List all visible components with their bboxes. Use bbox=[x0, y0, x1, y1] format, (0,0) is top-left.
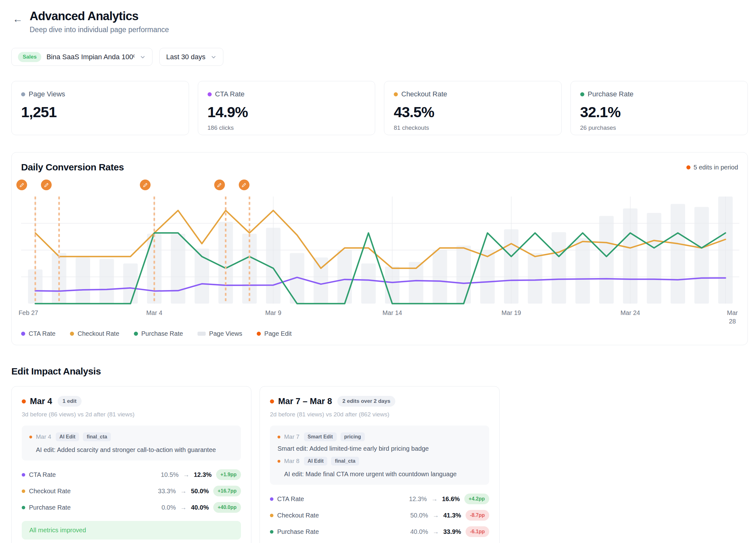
edit-description: AI edit: Made final CTA more urgent with… bbox=[278, 471, 482, 478]
metric-label: Page Views bbox=[29, 90, 65, 98]
edit-type-tag: Smart Edit bbox=[304, 432, 337, 441]
metric-row-purchase: Purchase Rate 0.0% → 40.0% +40.0pp bbox=[22, 502, 241, 513]
metric-label: CTA Rate bbox=[215, 90, 245, 98]
pencil-icon bbox=[44, 182, 49, 188]
edit-count-badge: 1 edit bbox=[58, 396, 82, 407]
svg-text:Mar 9: Mar 9 bbox=[265, 309, 281, 316]
metric-value: 43.5% bbox=[394, 103, 552, 121]
legend-dot-icon bbox=[134, 332, 138, 336]
value-before: 33.3% bbox=[158, 488, 176, 495]
impact-card-mar-4: Mar 4 1 edit 3d before (86 views) vs 2d … bbox=[11, 386, 251, 543]
metric-label: Purchase Rate bbox=[588, 90, 634, 98]
pencil-icon bbox=[241, 182, 247, 188]
edit-type-tag: AI Edit bbox=[56, 432, 79, 441]
delta-badge: +1.9pp bbox=[216, 469, 241, 480]
legend-dot-icon bbox=[257, 332, 261, 336]
back-button[interactable]: ← bbox=[11, 11, 24, 26]
daily-conversion-chart-card: Daily Conversion Rates 5 edits in period… bbox=[11, 152, 748, 345]
metric-label: CTA Rate bbox=[277, 495, 304, 503]
metric-label: Purchase Rate bbox=[277, 528, 319, 535]
page-edit-marker[interactable] bbox=[214, 180, 225, 190]
page-edit-marker[interactable] bbox=[140, 180, 151, 190]
delta-badge: -6.1pp bbox=[466, 526, 489, 537]
metric-card-checkout-rate: Checkout Rate 43.5% 81 checkouts bbox=[384, 81, 562, 135]
edit-section-tag: final_cta bbox=[331, 457, 359, 466]
metric-dot bbox=[22, 506, 25, 509]
legend-dot-icon bbox=[21, 332, 25, 336]
edit-count-badge: 2 edits over 2 days bbox=[337, 396, 395, 407]
metric-card-page-views: Page Views 1,251 bbox=[11, 81, 189, 135]
metric-dot bbox=[394, 92, 398, 96]
metric-note: 186 clicks bbox=[208, 124, 366, 131]
metric-dot bbox=[208, 92, 212, 96]
svg-text:Mar 14: Mar 14 bbox=[382, 309, 402, 316]
value-before: 0.0% bbox=[162, 504, 176, 511]
legend-item-checkout-rate: Checkout Rate bbox=[70, 330, 119, 337]
metric-row-checkout: Checkout Rate 50.0% → 41.3% -8.7pp bbox=[270, 510, 489, 521]
page-edit-marker[interactable] bbox=[239, 180, 249, 190]
arrow-right-icon: → bbox=[432, 528, 439, 535]
value-before: 12.3% bbox=[409, 495, 427, 503]
legend-label: CTA Rate bbox=[29, 330, 55, 337]
impact-card-date: Mar 7 – Mar 8 bbox=[278, 397, 332, 406]
edit-description: AI edit: Added scarcity and stronger cal… bbox=[29, 446, 233, 454]
page-select-value: Bina SaaS Impian Anda 100% Di bbox=[46, 53, 135, 61]
edit-description: Smart edit: Added limited-time early bir… bbox=[278, 445, 429, 452]
value-after: 40.0% bbox=[191, 504, 209, 511]
value-before: 10.5% bbox=[161, 471, 179, 478]
chart-title: Daily Conversion Rates bbox=[21, 162, 124, 173]
metric-value: 1,251 bbox=[21, 103, 179, 121]
delta-badge: +40.0pp bbox=[213, 502, 241, 513]
chevron-down-icon bbox=[210, 54, 217, 60]
arrow-right-icon: → bbox=[180, 504, 186, 511]
date-range-value: Last 30 days bbox=[166, 53, 205, 61]
date-range-dropdown[interactable]: Last 30 days bbox=[159, 48, 223, 66]
legend-label: Page Views bbox=[209, 330, 242, 337]
edit-date: Mar 4 bbox=[36, 433, 51, 440]
value-after: 16.6% bbox=[442, 495, 460, 503]
metric-dot bbox=[22, 473, 25, 477]
edit-dot-icon bbox=[22, 399, 26, 403]
value-before: 40.0% bbox=[410, 528, 428, 535]
metric-label: Checkout Rate bbox=[29, 488, 71, 495]
impact-card-date: Mar 4 bbox=[30, 397, 52, 406]
arrow-right-icon: → bbox=[183, 471, 189, 478]
metric-row-purchase: Purchase Rate 40.0% → 33.9% -6.1pp bbox=[270, 526, 489, 537]
metric-card-purchase-rate: Purchase Rate 32.1% 26 purchases bbox=[570, 81, 748, 135]
legend-label: Checkout Rate bbox=[77, 330, 119, 337]
value-after: 50.0% bbox=[191, 488, 209, 495]
legend-item-cta-rate: CTA Rate bbox=[21, 330, 55, 337]
page-type-badge: Sales bbox=[18, 52, 41, 62]
edit-impact-heading: Edit Impact Analysis bbox=[11, 366, 748, 377]
page-edit-dot-icon bbox=[686, 165, 690, 169]
svg-text:Mar28: Mar28 bbox=[727, 309, 738, 325]
metric-label: Checkout Rate bbox=[277, 512, 319, 519]
legend-item-purchase-rate: Purchase Rate bbox=[134, 330, 183, 337]
svg-text:Mar 4: Mar 4 bbox=[146, 309, 162, 316]
edit-details-box: Mar 4 AI Edit final_cta AI edit: Added s… bbox=[22, 426, 241, 460]
metric-row-cta: CTA Rate 12.3% → 16.6% +4.2pp bbox=[270, 494, 489, 504]
legend-label: Purchase Rate bbox=[141, 330, 183, 337]
edits-in-period-badge: 5 edits in period bbox=[686, 164, 738, 171]
comparison-note: 2d before (81 views) vs 20d after (862 v… bbox=[270, 411, 489, 418]
chart-legend: CTA Rate Checkout Rate Purchase Rate Pag… bbox=[21, 330, 738, 337]
impact-cards: Mar 4 1 edit 3d before (86 views) vs 2d … bbox=[11, 386, 748, 543]
filter-bar: Sales Bina SaaS Impian Anda 100% Di Last… bbox=[11, 48, 748, 66]
comparison-note: 3d before (86 views) vs 2d after (81 vie… bbox=[22, 411, 241, 418]
page-select-dropdown[interactable]: Sales Bina SaaS Impian Anda 100% Di bbox=[11, 48, 152, 66]
svg-text:Feb 27: Feb 27 bbox=[19, 309, 38, 316]
metric-note bbox=[21, 124, 179, 131]
arrow-right-icon: → bbox=[180, 488, 186, 495]
page-edit-marker[interactable] bbox=[16, 180, 27, 190]
summary-cards: Page Views 1,251 CTA Rate 14.9% 186 clic… bbox=[11, 81, 748, 135]
metric-value: 14.9% bbox=[208, 103, 366, 121]
edit-dot-icon bbox=[278, 460, 280, 463]
back-arrow-icon: ← bbox=[13, 13, 23, 25]
metric-dot bbox=[270, 514, 273, 517]
page-header: ← Advanced Analytics Deep dive into indi… bbox=[11, 9, 748, 34]
edit-date: Mar 7 bbox=[284, 433, 300, 440]
page-edit-marker[interactable] bbox=[41, 180, 52, 190]
daily-conversion-chart[interactable]: Feb 27Mar 4Mar 9Mar 14Mar 19Mar 24Mar28 bbox=[21, 197, 739, 326]
impact-metrics: CTA Rate 10.5% → 12.3% +1.9pp Checkout R… bbox=[22, 469, 241, 513]
metric-dot bbox=[270, 530, 273, 534]
